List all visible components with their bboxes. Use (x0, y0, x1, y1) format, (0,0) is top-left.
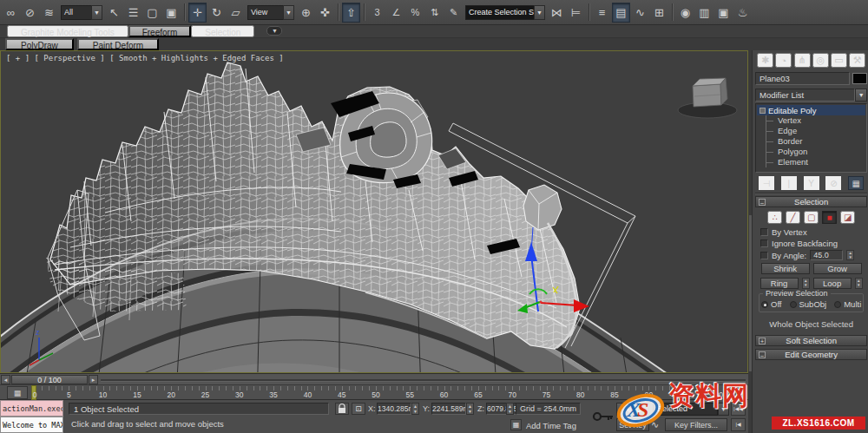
by-vertex-row[interactable]: By Vertex (755, 226, 867, 238)
grow-button[interactable]: Grow (813, 263, 862, 274)
stack-subobject-item[interactable]: Element (757, 157, 865, 167)
preview-multi-radio[interactable] (834, 301, 841, 308)
set-keys-icon[interactable] (592, 410, 615, 424)
border-mode-icon[interactable]: ▢ (804, 211, 819, 224)
rendered-frame-window-icon[interactable]: ▣ (714, 3, 733, 23)
rollout-selection-header[interactable]: – Selection (755, 196, 867, 207)
preview-off-radio[interactable] (761, 301, 768, 308)
panel-tab-utilities-icon[interactable]: ⚒ (849, 53, 865, 68)
spinner-snap-toggle-icon[interactable]: ⇅ (425, 3, 444, 23)
by-angle-value-field[interactable]: 45.0 (810, 250, 843, 260)
graphite-ribbon-toggle-icon[interactable]: ▤ (612, 3, 630, 23)
dropdown-arrow-icon[interactable]: ▼ (534, 5, 545, 20)
tab-graphite-modeling-tools[interactable]: Graphite Modeling Tools (7, 25, 128, 37)
shrink-button[interactable]: Shrink (761, 263, 810, 274)
select-by-name-icon[interactable]: ☰ (124, 3, 142, 23)
y-coordinate-field[interactable]: 2241.589m (431, 403, 466, 415)
schematic-view-icon[interactable]: ⊞ (650, 3, 668, 23)
maxscript-mini-listener-script[interactable]: Welcome to MAX! (0, 417, 63, 433)
absolute-offset-toggle-icon[interactable]: ⊡ (352, 403, 365, 415)
rollout-edit-geometry-header[interactable]: – Edit Geometry (755, 349, 867, 360)
rectangular-selection-region-icon[interactable]: ▢ (143, 3, 161, 23)
time-slider-groove[interactable] (101, 379, 746, 381)
tab-selection[interactable]: Selection (191, 25, 254, 37)
curve-editor-icon[interactable]: ∿ (631, 3, 649, 23)
select-object-icon[interactable]: ↖ (105, 3, 123, 23)
select-and-rotate-icon[interactable]: ↻ (207, 3, 226, 23)
ignore-backfacing-row[interactable]: Ignore Backfacing (755, 238, 867, 249)
stack-subobject-item[interactable]: Polygon (757, 147, 865, 157)
pin-stack-icon[interactable]: ⊣ (759, 176, 774, 190)
loop-button[interactable]: Loop (813, 278, 852, 289)
edge-mode-icon[interactable]: ╱ (786, 211, 800, 224)
modifier-stack[interactable]: Editable Poly VertexEdgeBorderPolygonEle… (755, 103, 867, 173)
ring-spinner[interactable]: ▲▼ (802, 278, 810, 289)
select-and-manipulate-icon[interactable]: ✜ (316, 3, 334, 23)
element-mode-icon[interactable]: ◪ (840, 211, 855, 224)
y-spinner[interactable]: ▲▼ (466, 403, 474, 415)
subtab-paint-deform[interactable]: Paint Deform (77, 38, 159, 50)
object-color-swatch[interactable] (852, 73, 867, 84)
edit-named-selection-sets-icon[interactable]: ✎ (444, 3, 463, 23)
collapse-icon[interactable]: – (759, 199, 766, 206)
configure-modifier-sets-icon[interactable]: ▦ (848, 176, 864, 190)
stack-subobject-item[interactable]: Border (757, 136, 865, 147)
tab-freeform[interactable]: Freeform (128, 25, 192, 37)
select-and-move-icon[interactable]: ✛ (188, 3, 207, 23)
by-angle-spinner[interactable]: ▲▼ (846, 250, 854, 260)
stack-item-editable-poly[interactable]: Editable Poly (757, 105, 865, 115)
material-editor-icon[interactable]: ◉ (676, 3, 694, 23)
by-angle-checkbox[interactable] (760, 252, 768, 259)
object-name-field[interactable]: Plane03 (755, 72, 850, 85)
z-spinner[interactable]: ▲▼ (506, 403, 514, 415)
render-production-icon[interactable]: ♨ (733, 3, 752, 23)
panel-tab-hierarchy-icon[interactable]: ⋔ (794, 53, 811, 68)
make-unique-icon[interactable]: Y (804, 176, 819, 190)
show-end-result-icon[interactable]: ∣ (781, 176, 797, 190)
by-vertex-checkbox[interactable] (760, 228, 768, 236)
named-selection-sets-dropdown[interactable]: Create Selection Se ▼ (465, 5, 545, 20)
perspective-viewport[interactable]: [ + ] [ Perspective ] [ Smooth + Highlig… (0, 50, 748, 373)
ring-button[interactable]: Ring (760, 278, 799, 289)
subtab-polydraw[interactable]: PolyDraw (5, 38, 74, 50)
time-slider-handle[interactable]: 0 / 100 (11, 375, 88, 384)
expand-icon[interactable]: + (759, 338, 766, 344)
ribbon-minimize-icon[interactable]: ▼ (266, 26, 282, 36)
add-time-tag[interactable]: Add Time Tag (526, 421, 576, 430)
remove-modifier-icon[interactable]: ⊘ (825, 176, 841, 190)
dropdown-arrow-icon[interactable]: ▼ (855, 89, 867, 102)
window-crossing-toggle-icon[interactable]: ▣ (162, 3, 181, 23)
mirror-icon[interactable]: ⋈ (548, 3, 566, 23)
next-frame-icon[interactable]: ▸ (89, 375, 98, 384)
previous-frame-icon[interactable]: ◂ (1, 375, 10, 384)
by-angle-row[interactable]: By Angle: 45.0 ▲▼ (755, 249, 867, 261)
vertex-mode-icon[interactable]: ∴ (767, 211, 782, 224)
modifier-list-dropdown[interactable]: Modifier List ▼ (755, 89, 867, 102)
open-mini-curve-editor-icon[interactable]: ▦ (7, 386, 28, 399)
preview-subobj-radio[interactable] (790, 301, 797, 308)
x-coordinate-field[interactable]: 1340.285m (377, 403, 411, 415)
use-pivot-point-center-icon[interactable]: ⊕ (297, 3, 315, 23)
snap-toggle-3d-icon[interactable]: 3 (368, 3, 386, 23)
reference-coordinate-dropdown[interactable]: View ▼ (247, 5, 294, 20)
dropdown-arrow-icon[interactable]: ▼ (91, 5, 102, 20)
keyboard-shortcut-override-icon[interactable]: ⇧ (342, 3, 360, 23)
polygon-mode-icon[interactable]: ■ (822, 211, 837, 224)
unlink-selection-icon[interactable]: ⊘ (21, 3, 39, 23)
rollout-soft-selection-header[interactable]: + Soft Selection (755, 335, 867, 346)
panel-tab-modify-icon[interactable]: ◔ (775, 53, 792, 68)
stack-subobject-item[interactable]: Vertex (757, 115, 865, 126)
selection-filter-dropdown[interactable]: All ▼ (61, 5, 102, 20)
percent-snap-toggle-icon[interactable]: % (406, 3, 424, 23)
maxscript-mini-listener-macro[interactable]: actionMan.exec (0, 400, 63, 417)
panel-tab-motion-icon[interactable]: ◎ (812, 53, 829, 68)
loop-spinner[interactable]: ▲▼ (855, 278, 863, 289)
render-setup-icon[interactable]: ▥ (695, 3, 713, 23)
selection-lock-icon[interactable] (335, 403, 349, 415)
align-icon[interactable]: ⊨ (567, 3, 585, 23)
x-spinner[interactable]: ▲▼ (411, 403, 419, 415)
viewport-label[interactable]: [ + ] [ Perspective ] [ Smooth + Highlig… (6, 54, 284, 62)
stack-subobject-item[interactable]: Edge (757, 126, 865, 136)
time-tag-icon[interactable]: ▦ (510, 419, 522, 430)
select-and-scale-icon[interactable]: ▱ (227, 3, 245, 23)
